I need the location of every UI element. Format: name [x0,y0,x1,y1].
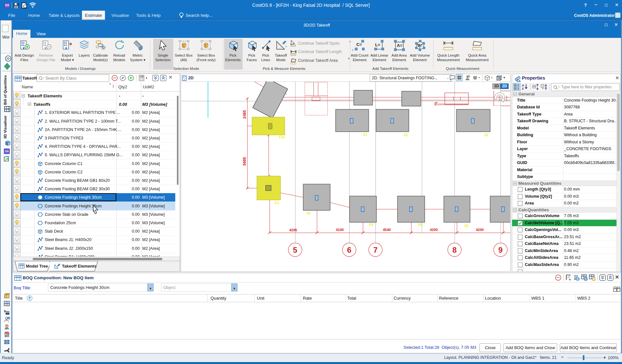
svg-text:4540: 4540 [383,228,391,232]
svg-text:5695: 5695 [242,157,247,166]
svg-text:4200: 4200 [430,228,438,232]
svg-text:F2: F2 [418,223,422,226]
svg-text:C=: C= [356,42,362,47]
svg-text:75: 75 [434,102,438,106]
svg-text:F1: F1 [363,133,367,137]
svg-text:F3: F3 [369,223,373,226]
svg-text:9: 9 [498,246,502,254]
svg-text:2: 2 [522,87,524,90]
svg-text:8: 8 [452,246,456,254]
svg-text:F3: F3 [275,201,279,205]
svg-text:F1: F1 [404,133,408,137]
svg-text:F2: F2 [465,224,468,228]
svg-text:4200: 4200 [476,228,484,232]
svg-text:4100: 4100 [336,228,344,232]
svg-text:2485: 2485 [242,110,247,119]
svg-text:L=: L= [375,42,380,47]
svg-text:5: 5 [293,246,297,254]
svg-text:V=: V= [417,43,422,48]
svg-text:A=: A= [397,43,402,48]
svg-text:7: 7 [373,246,377,254]
svg-text:4205: 4205 [289,228,297,232]
svg-text:F1: F1 [485,133,489,137]
svg-text:F3c: F3c [279,135,285,139]
svg-text:6: 6 [347,246,351,254]
svg-text:F2: F2 [307,212,311,215]
